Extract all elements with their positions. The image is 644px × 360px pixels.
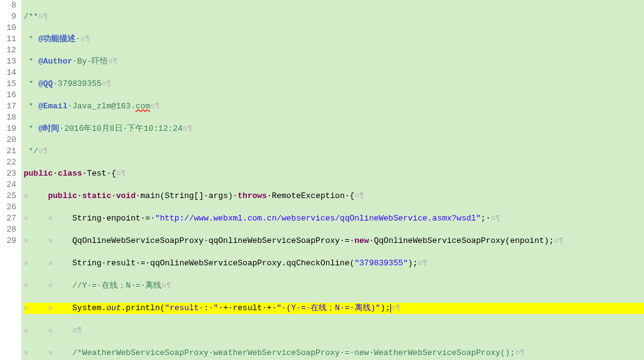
line-number: 21 — [5, 146, 16, 157]
line-number: 24 — [5, 179, 16, 191]
code-line: * @Author·By-吓悟¤¶ — [24, 56, 644, 67]
line-number: 8 — [5, 0, 16, 11]
code-line: public·class·Test·{¤¶ — [24, 168, 644, 179]
code-line: » » String·result·=·qqOnlineWebServiceSo… — [24, 258, 644, 269]
line-number: 18 — [5, 112, 16, 123]
code-editor[interactable]: 8 9 10 11 12 13 14 15 16 17 18 19 20 21 … — [0, 0, 644, 360]
line-number: 19 — [5, 123, 16, 135]
code-line: » » //Y·=·在线；N·=·离线¤¶ — [24, 280, 644, 291]
line-number: 28 — [5, 224, 16, 235]
code-line: » » String·enpoint·=·"http://www.webxml.… — [24, 213, 644, 224]
line-number: 26 — [5, 202, 16, 213]
code-area[interactable]: /**¤¶ * @功能描述·¤¶ * @Author·By-吓悟¤¶ * @QQ… — [21, 0, 644, 360]
code-line: » public·static·void·main(String[]·args)… — [24, 191, 644, 202]
code-line: * @QQ·379839355¤¶ — [24, 78, 644, 90]
line-number: 12 — [5, 45, 16, 56]
line-number: 20 — [5, 135, 16, 146]
code-line: /**¤¶ — [24, 11, 644, 22]
line-number: 11 — [5, 34, 16, 45]
code-line: * @Email·Java_zlm@163.com¤¶ — [24, 101, 644, 112]
code-line: */¤¶ — [24, 146, 644, 157]
line-number: 10 — [5, 22, 16, 34]
code-line: » » QqOnlineWebServiceSoapProxy·qqOnline… — [24, 235, 644, 247]
line-number: 23 — [5, 168, 16, 179]
line-number: 29 — [5, 235, 16, 247]
line-number: 16 — [5, 90, 16, 101]
code-line: » » /*WeatherWebServiceSoapProxy·weather… — [24, 348, 644, 359]
line-number: 17 — [5, 101, 16, 112]
line-number: 9 — [5, 11, 16, 22]
code-line: * @功能描述·¤¶ — [24, 34, 644, 45]
line-number: 25 — [5, 191, 16, 202]
code-line-highlighted: » » System.out.println("result·:·"·+·res… — [24, 303, 644, 314]
line-number: 14 — [5, 67, 16, 78]
line-number: 13 — [5, 56, 16, 67]
line-number-gutter: 8 9 10 11 12 13 14 15 16 17 18 19 20 21 … — [0, 0, 21, 360]
line-number: 27 — [5, 213, 16, 224]
line-number: 15 — [5, 78, 16, 90]
code-line: * @时间·2016年10月8日·下午10:12:24¤¶ — [24, 123, 644, 135]
code-line: » » ¤¶ — [24, 325, 644, 336]
line-number: 22 — [5, 157, 16, 168]
